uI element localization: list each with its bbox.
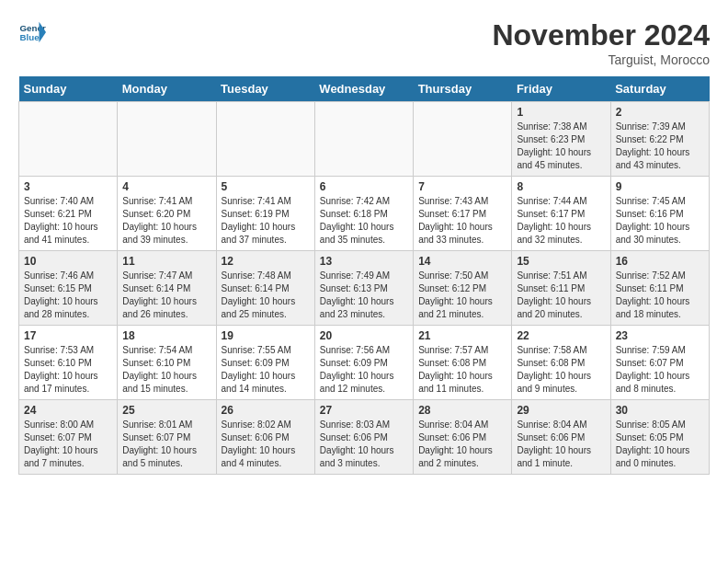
- calendar-day-cell: 12Sunrise: 7:48 AM Sunset: 6:14 PM Dayli…: [216, 251, 314, 326]
- day-info: Sunrise: 7:41 AM Sunset: 6:20 PM Dayligh…: [122, 195, 210, 247]
- weekday-header: Tuesday: [216, 76, 314, 102]
- weekday-header: Wednesday: [314, 76, 413, 102]
- day-number: 3: [24, 180, 112, 193]
- day-number: 5: [222, 180, 310, 193]
- day-number: 25: [122, 404, 210, 417]
- calendar-day-cell: 29Sunrise: 8:04 AM Sunset: 6:06 PM Dayli…: [512, 400, 610, 475]
- day-info: Sunrise: 7:51 AM Sunset: 6:11 PM Dayligh…: [517, 270, 605, 321]
- calendar-day-cell: 26Sunrise: 8:02 AM Sunset: 6:06 PM Dayli…: [216, 400, 314, 475]
- day-number: 13: [320, 255, 408, 268]
- calendar-day-cell: 1Sunrise: 7:38 AM Sunset: 6:23 PM Daylig…: [512, 102, 610, 177]
- day-number: 16: [616, 255, 704, 268]
- day-info: Sunrise: 8:02 AM Sunset: 6:06 PM Dayligh…: [222, 419, 310, 470]
- calendar-day-cell: 14Sunrise: 7:50 AM Sunset: 6:12 PM Dayli…: [414, 251, 512, 326]
- day-info: Sunrise: 7:46 AM Sunset: 6:15 PM Dayligh…: [24, 270, 112, 321]
- calendar-week-row: 1Sunrise: 7:38 AM Sunset: 6:23 PM Daylig…: [19, 102, 710, 177]
- day-number: 27: [320, 404, 408, 417]
- day-info: Sunrise: 7:54 AM Sunset: 6:10 PM Dayligh…: [122, 344, 210, 396]
- day-info: Sunrise: 7:40 AM Sunset: 6:21 PM Dayligh…: [24, 195, 112, 247]
- day-number: 4: [122, 180, 210, 193]
- calendar-day-cell: 6Sunrise: 7:42 AM Sunset: 6:18 PM Daylig…: [314, 177, 413, 251]
- calendar-day-cell: 27Sunrise: 8:03 AM Sunset: 6:06 PM Dayli…: [314, 400, 413, 475]
- logo-icon: General Blue: [18, 18, 46, 46]
- calendar-day-cell: 7Sunrise: 7:43 AM Sunset: 6:17 PM Daylig…: [414, 177, 512, 251]
- calendar-day-cell: 30Sunrise: 8:05 AM Sunset: 6:05 PM Dayli…: [610, 400, 709, 475]
- day-info: Sunrise: 7:57 AM Sunset: 6:08 PM Dayligh…: [418, 344, 506, 396]
- day-number: 12: [222, 255, 310, 268]
- calendar-day-cell: 22Sunrise: 7:58 AM Sunset: 6:08 PM Dayli…: [512, 326, 610, 400]
- day-info: Sunrise: 7:41 AM Sunset: 6:19 PM Dayligh…: [222, 195, 310, 247]
- calendar-day-cell: 16Sunrise: 7:52 AM Sunset: 6:11 PM Dayli…: [610, 251, 709, 326]
- day-info: Sunrise: 8:03 AM Sunset: 6:06 PM Dayligh…: [320, 419, 408, 470]
- calendar-day-cell: 5Sunrise: 7:41 AM Sunset: 6:19 PM Daylig…: [216, 177, 314, 251]
- weekday-header: Thursday: [414, 76, 512, 102]
- day-number: 17: [24, 329, 112, 342]
- day-info: Sunrise: 8:04 AM Sunset: 6:06 PM Dayligh…: [517, 419, 605, 470]
- day-info: Sunrise: 7:39 AM Sunset: 6:22 PM Dayligh…: [616, 121, 704, 172]
- day-number: 8: [517, 180, 605, 193]
- calendar-day-cell: 11Sunrise: 7:47 AM Sunset: 6:14 PM Dayli…: [118, 251, 216, 326]
- calendar-day-cell: [414, 102, 512, 177]
- day-info: Sunrise: 8:00 AM Sunset: 6:07 PM Dayligh…: [24, 419, 112, 470]
- weekday-header: Friday: [512, 76, 610, 102]
- calendar-day-cell: 13Sunrise: 7:49 AM Sunset: 6:13 PM Dayli…: [314, 251, 413, 326]
- weekday-header: Saturday: [610, 76, 709, 102]
- day-info: Sunrise: 7:52 AM Sunset: 6:11 PM Dayligh…: [616, 270, 704, 321]
- day-number: 14: [418, 255, 506, 268]
- day-info: Sunrise: 7:53 AM Sunset: 6:10 PM Dayligh…: [24, 344, 112, 396]
- calendar-day-cell: [118, 102, 216, 177]
- weekday-header: Monday: [118, 76, 216, 102]
- weekday-header: Sunday: [19, 76, 118, 102]
- calendar-day-cell: 18Sunrise: 7:54 AM Sunset: 6:10 PM Dayli…: [118, 326, 216, 400]
- day-info: Sunrise: 8:05 AM Sunset: 6:05 PM Dayligh…: [616, 419, 704, 470]
- page-header: General Blue November 2024 Targuist, Mor…: [18, 18, 710, 67]
- day-number: 1: [517, 106, 605, 119]
- calendar-day-cell: 23Sunrise: 7:59 AM Sunset: 6:07 PM Dayli…: [610, 326, 709, 400]
- calendar-day-cell: [216, 102, 314, 177]
- day-info: Sunrise: 8:04 AM Sunset: 6:06 PM Dayligh…: [418, 419, 506, 470]
- calendar-day-cell: 4Sunrise: 7:41 AM Sunset: 6:20 PM Daylig…: [118, 177, 216, 251]
- day-info: Sunrise: 7:48 AM Sunset: 6:14 PM Dayligh…: [222, 270, 310, 321]
- calendar-day-cell: 20Sunrise: 7:56 AM Sunset: 6:09 PM Dayli…: [314, 326, 413, 400]
- calendar-week-row: 10Sunrise: 7:46 AM Sunset: 6:15 PM Dayli…: [19, 251, 710, 326]
- day-number: 24: [24, 404, 112, 417]
- calendar-week-row: 17Sunrise: 7:53 AM Sunset: 6:10 PM Dayli…: [19, 326, 710, 400]
- day-info: Sunrise: 7:43 AM Sunset: 6:17 PM Dayligh…: [418, 195, 506, 247]
- day-number: 21: [418, 329, 506, 342]
- day-number: 2: [616, 106, 704, 119]
- calendar-day-cell: 28Sunrise: 8:04 AM Sunset: 6:06 PM Dayli…: [414, 400, 512, 475]
- day-info: Sunrise: 7:45 AM Sunset: 6:16 PM Dayligh…: [616, 195, 704, 247]
- day-info: Sunrise: 7:42 AM Sunset: 6:18 PM Dayligh…: [320, 195, 408, 247]
- calendar-day-cell: 3Sunrise: 7:40 AM Sunset: 6:21 PM Daylig…: [19, 177, 118, 251]
- day-number: 11: [122, 255, 210, 268]
- day-info: Sunrise: 7:44 AM Sunset: 6:17 PM Dayligh…: [517, 195, 605, 247]
- day-number: 9: [616, 180, 704, 193]
- day-number: 15: [517, 255, 605, 268]
- location-subtitle: Targuist, Morocco: [492, 52, 710, 67]
- day-number: 18: [122, 329, 210, 342]
- calendar-day-cell: 21Sunrise: 7:57 AM Sunset: 6:08 PM Dayli…: [414, 326, 512, 400]
- day-info: Sunrise: 7:47 AM Sunset: 6:14 PM Dayligh…: [122, 270, 210, 321]
- calendar-day-cell: 19Sunrise: 7:55 AM Sunset: 6:09 PM Dayli…: [216, 326, 314, 400]
- day-number: 30: [616, 404, 704, 417]
- weekday-header-row: SundayMondayTuesdayWednesdayThursdayFrid…: [19, 76, 710, 102]
- day-info: Sunrise: 7:50 AM Sunset: 6:12 PM Dayligh…: [418, 270, 506, 321]
- month-title: November 2024: [492, 18, 710, 52]
- calendar-day-cell: 17Sunrise: 7:53 AM Sunset: 6:10 PM Dayli…: [19, 326, 118, 400]
- day-info: Sunrise: 7:38 AM Sunset: 6:23 PM Dayligh…: [517, 121, 605, 172]
- calendar-day-cell: 24Sunrise: 8:00 AM Sunset: 6:07 PM Dayli…: [19, 400, 118, 475]
- day-info: Sunrise: 7:59 AM Sunset: 6:07 PM Dayligh…: [616, 344, 704, 396]
- title-block: November 2024 Targuist, Morocco: [492, 18, 710, 67]
- day-number: 7: [418, 180, 506, 193]
- calendar-week-row: 24Sunrise: 8:00 AM Sunset: 6:07 PM Dayli…: [19, 400, 710, 475]
- calendar-day-cell: [19, 102, 118, 177]
- day-info: Sunrise: 7:58 AM Sunset: 6:08 PM Dayligh…: [517, 344, 605, 396]
- day-info: Sunrise: 7:55 AM Sunset: 6:09 PM Dayligh…: [222, 344, 310, 396]
- day-info: Sunrise: 7:56 AM Sunset: 6:09 PM Dayligh…: [320, 344, 408, 396]
- calendar-day-cell: 15Sunrise: 7:51 AM Sunset: 6:11 PM Dayli…: [512, 251, 610, 326]
- day-number: 10: [24, 255, 112, 268]
- calendar-day-cell: 2Sunrise: 7:39 AM Sunset: 6:22 PM Daylig…: [610, 102, 709, 177]
- calendar-day-cell: 10Sunrise: 7:46 AM Sunset: 6:15 PM Dayli…: [19, 251, 118, 326]
- day-info: Sunrise: 8:01 AM Sunset: 6:07 PM Dayligh…: [122, 419, 210, 470]
- day-number: 22: [517, 329, 605, 342]
